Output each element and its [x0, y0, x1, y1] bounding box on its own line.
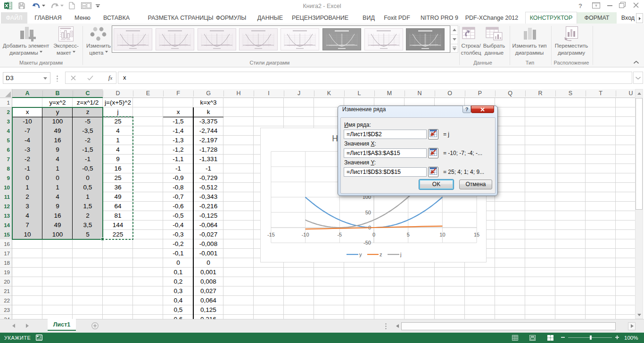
svg-text:-50: -50: [363, 240, 371, 245]
svg-text:50: 50: [365, 210, 371, 215]
svg-text:15: 15: [474, 232, 479, 237]
svg-text:5: 5: [407, 232, 410, 237]
svg-text:z: z: [380, 252, 382, 257]
svg-text:-5: -5: [337, 232, 342, 237]
svg-text:j: j: [400, 252, 401, 257]
svg-text:-10: -10: [302, 232, 309, 237]
svg-text:y: y: [359, 252, 362, 257]
svg-text:-15: -15: [267, 232, 275, 237]
svg-text:0: 0: [372, 232, 375, 237]
svg-text:10: 10: [439, 232, 445, 237]
